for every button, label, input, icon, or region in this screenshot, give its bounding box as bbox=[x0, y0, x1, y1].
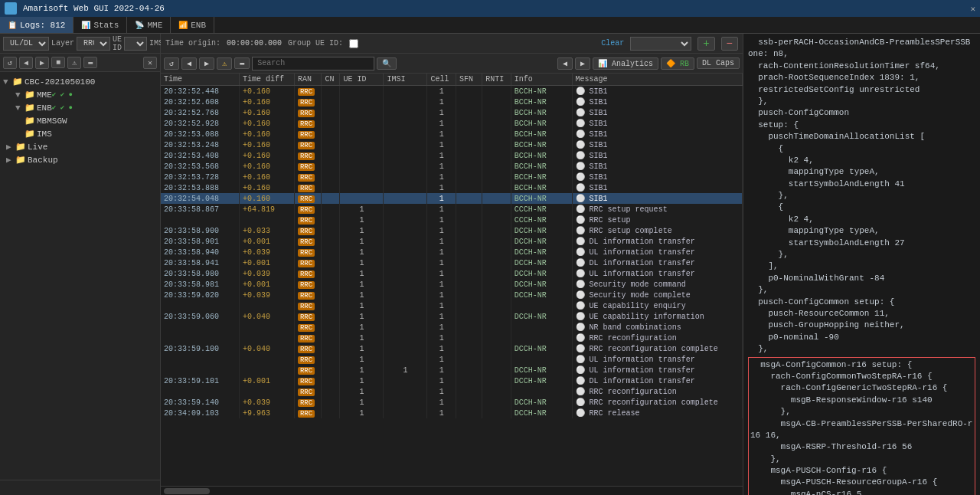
cell-info: BCCH-NR bbox=[511, 97, 572, 107]
cell-ueid: 1 bbox=[340, 215, 384, 225]
sidebar-item-mme[interactable]: ▼ 📁 MME ✔ ✔ ● bbox=[0, 88, 160, 101]
sidebar-filter-btn[interactable]: ▬ bbox=[83, 57, 97, 68]
cell-time: 20:32:53.888 bbox=[161, 182, 240, 193]
sidebar-prev-btn[interactable]: ◀ bbox=[19, 57, 33, 69]
cell-cell: 1 bbox=[427, 225, 456, 236]
sidebar-item-live[interactable]: ▶ 📁 Live bbox=[0, 140, 160, 153]
sidebar-item-ims[interactable]: 📁 IMS bbox=[0, 127, 160, 140]
tab-enb[interactable]: 📶 ENB bbox=[171, 17, 214, 33]
th-rnti[interactable]: RNTI bbox=[482, 74, 511, 86]
table-row[interactable]: 20:32:53.888 +0.160 RRC 1 BCCH-NR ⚪ SIB1 bbox=[161, 182, 743, 193]
rb-btn[interactable]: 🔶 RB bbox=[661, 57, 694, 70]
sidebar-refresh-btn[interactable]: ↺ bbox=[3, 57, 17, 69]
table-row[interactable]: 20:34:09.103 +9.963 RRC 1 1 DCCH-NR ⚪ RR… bbox=[161, 408, 743, 418]
table-row[interactable]: 20:33:58.900 +0.033 RRC 1 1 DCCH-NR ⚪ RR… bbox=[161, 225, 743, 236]
analytics-btn[interactable]: 📊 Analytics bbox=[593, 57, 658, 70]
th-cn[interactable]: CN bbox=[322, 74, 340, 86]
table-row[interactable]: RRC 1 1 ⚪ RRC reconfiguration bbox=[161, 333, 743, 343]
th-time[interactable]: Time bbox=[161, 74, 240, 86]
table-row[interactable]: 20:32:53.248 +0.160 RRC 1 BCCH-NR ⚪ SIB1 bbox=[161, 139, 743, 150]
table-row[interactable]: 20:32:52.608 +0.160 RRC 1 BCCH-NR ⚪ SIB1 bbox=[161, 97, 743, 107]
tab-logs[interactable]: 📋 Logs: 812 bbox=[0, 17, 74, 33]
close-btn[interactable]: ✕ bbox=[970, 4, 975, 14]
cell-sfn bbox=[456, 204, 482, 215]
table-row[interactable]: 20:32:53.728 +0.160 RRC 1 BCCH-NR ⚪ SIB1 bbox=[161, 172, 743, 182]
table-row[interactable]: 20:32:53.568 +0.160 RRC 1 BCCH-NR ⚪ SIB1 bbox=[161, 161, 743, 172]
toolbar-ueid[interactable] bbox=[124, 37, 147, 51]
table-row[interactable]: RRC 1 1 ⚪ NR band combinations bbox=[161, 322, 743, 333]
table-row[interactable]: 20:33:59.060 +0.040 RRC 1 1 DCCH-NR ⚪ UE… bbox=[161, 311, 743, 322]
cell-sfn bbox=[456, 161, 482, 172]
log-fwd-btn[interactable]: ▶ bbox=[575, 57, 590, 70]
table-row[interactable]: 20:33:59.101 +0.001 RRC 1 1 DCCH-NR ⚪ DL… bbox=[161, 375, 743, 386]
table-row[interactable]: 20:32:54.048 +0.160 RRC 1 BCCH-NR ⚪ SIB1 bbox=[161, 193, 743, 204]
table-row[interactable]: 20:32:52.928 +0.160 RRC 1 BCCH-NR ⚪ SIB1 bbox=[161, 118, 743, 129]
th-timediff[interactable]: Time diff bbox=[240, 74, 295, 86]
table-row[interactable]: 20:33:58.980 +0.039 RRC 1 1 DCCH-NR ⚪ UL… bbox=[161, 268, 743, 279]
table-row[interactable]: 20:33:59.140 +0.039 RRC 1 1 DCCH-NR ⚪ RR… bbox=[161, 397, 743, 408]
group-ueid-checkbox[interactable] bbox=[349, 39, 358, 48]
cell-ueid: 1 bbox=[340, 386, 384, 397]
th-ran[interactable]: RAN bbox=[294, 74, 322, 86]
clear-btn[interactable]: Clear bbox=[601, 39, 624, 48]
sidebar-next-btn[interactable]: ▶ bbox=[35, 57, 49, 69]
search-input[interactable] bbox=[252, 57, 374, 70]
sidebar-warn-btn[interactable]: ⚠ bbox=[67, 57, 81, 69]
sidebar-close-btn[interactable]: ✕ bbox=[143, 57, 157, 69]
cell-imsi bbox=[384, 225, 427, 236]
cell-imsi bbox=[384, 236, 427, 247]
toolbar-direction[interactable]: UL/DLULDL bbox=[3, 37, 49, 51]
sidebar-stop-btn[interactable]: ■ bbox=[51, 57, 65, 68]
tab-stats[interactable]: 📊 Stats bbox=[74, 17, 127, 33]
cell-info: BCCH-NR bbox=[511, 107, 572, 118]
filter-add-btn[interactable]: + bbox=[697, 37, 714, 51]
table-row[interactable]: RRC 1 1 CCCH-NR ⚪ RRC setup bbox=[161, 215, 743, 225]
th-imsi[interactable]: IMSI bbox=[384, 74, 427, 86]
th-info[interactable]: Info bbox=[511, 74, 572, 86]
log-next-btn[interactable]: ▶ bbox=[199, 57, 214, 70]
sidebar-item-enb[interactable]: ▼ 📁 ENB ✔ ✔ ● bbox=[0, 101, 160, 114]
table-row[interactable]: 20:33:58.940 +0.039 RRC 1 1 DCCH-NR ⚪ UL… bbox=[161, 247, 743, 257]
table-row[interactable]: RRC 1 1 ⚪ RRC reconfiguration bbox=[161, 386, 743, 397]
table-row[interactable]: 20:32:53.408 +0.160 RRC 1 BCCH-NR ⚪ SIB1 bbox=[161, 150, 743, 161]
th-sfn[interactable]: SFN bbox=[456, 74, 482, 86]
toolbar-layer[interactable]: RRCMACPHY bbox=[77, 37, 110, 51]
table-row[interactable]: 20:33:58.867 +64.819 RRC 1 1 CCCH-NR ⚪ R… bbox=[161, 204, 743, 215]
log-filter-btn[interactable]: ▬ bbox=[234, 57, 250, 69]
search-btn[interactable]: 🔍 bbox=[377, 57, 397, 70]
th-ueid[interactable]: UE ID bbox=[340, 74, 384, 86]
table-row[interactable]: 20:33:59.020 +0.039 RRC 1 1 DCCH-NR ⚪ Se… bbox=[161, 290, 743, 300]
table-row[interactable]: 20:32:52.448 +0.160 RRC 1 BCCH-NR ⚪ SIB1 bbox=[161, 86, 743, 97]
cell-rnti bbox=[482, 268, 511, 279]
table-row[interactable]: RRC 1 1 ⚪ UL information transfer bbox=[161, 354, 743, 365]
cell-timediff: +0.039 bbox=[240, 247, 295, 257]
log-warn-btn[interactable]: ⚠ bbox=[217, 57, 232, 70]
cell-sfn bbox=[456, 397, 482, 408]
dl-caps-btn[interactable]: DL Caps bbox=[697, 57, 740, 69]
log-prev-btn[interactable]: ◀ bbox=[181, 57, 197, 70]
tab-mme[interactable]: 📡 MME bbox=[127, 17, 171, 33]
th-message[interactable]: Message bbox=[572, 74, 742, 86]
filter-remove-btn[interactable]: − bbox=[721, 37, 738, 51]
table-row[interactable]: RRC 1 1 ⚪ UE capability enquiry bbox=[161, 300, 743, 311]
sidebar-item-root[interactable]: ▼ 📁 CBC-2021050100 bbox=[0, 75, 160, 88]
cell-sfn bbox=[456, 311, 482, 322]
table-row[interactable]: 20:33:59.100 +0.040 RRC 1 1 DCCH-NR ⚪ RR… bbox=[161, 343, 743, 354]
log-back-btn[interactable]: ◀ bbox=[557, 57, 573, 70]
cell-rnti bbox=[482, 118, 511, 129]
log-refresh-btn[interactable]: ↺ bbox=[164, 57, 179, 70]
filter-select[interactable] bbox=[630, 37, 691, 51]
table-row[interactable]: 20:33:58.941 +0.001 RRC 1 1 DCCH-NR ⚪ DL… bbox=[161, 257, 743, 268]
cell-imsi bbox=[384, 86, 427, 97]
table-row[interactable]: 20:33:58.901 +0.001 RRC 1 1 DCCH-NR ⚪ DL… bbox=[161, 236, 743, 247]
table-row[interactable]: 20:32:53.088 +0.160 RRC 1 BCCH-NR ⚪ SIB1 bbox=[161, 129, 743, 139]
sidebar-item-mbmsgw[interactable]: 📁 MBMSGW bbox=[0, 114, 160, 127]
table-row[interactable]: 20:32:52.768 +0.160 RRC 1 BCCH-NR ⚪ SIB1 bbox=[161, 107, 743, 118]
horizontal-scroll[interactable] bbox=[164, 488, 210, 494]
table-row[interactable]: RRC 1 1 1 DCCH-NR ⚪ UL information trans… bbox=[161, 365, 743, 375]
table-row[interactable]: 20:33:58.981 +0.001 RRC 1 1 DCCH-NR ⚪ Se… bbox=[161, 279, 743, 290]
cell-sfn bbox=[456, 290, 482, 300]
sidebar-item-backup[interactable]: ▶ 📁 Backup bbox=[0, 153, 160, 166]
cell-info bbox=[511, 322, 572, 333]
th-cell[interactable]: Cell bbox=[427, 74, 456, 86]
